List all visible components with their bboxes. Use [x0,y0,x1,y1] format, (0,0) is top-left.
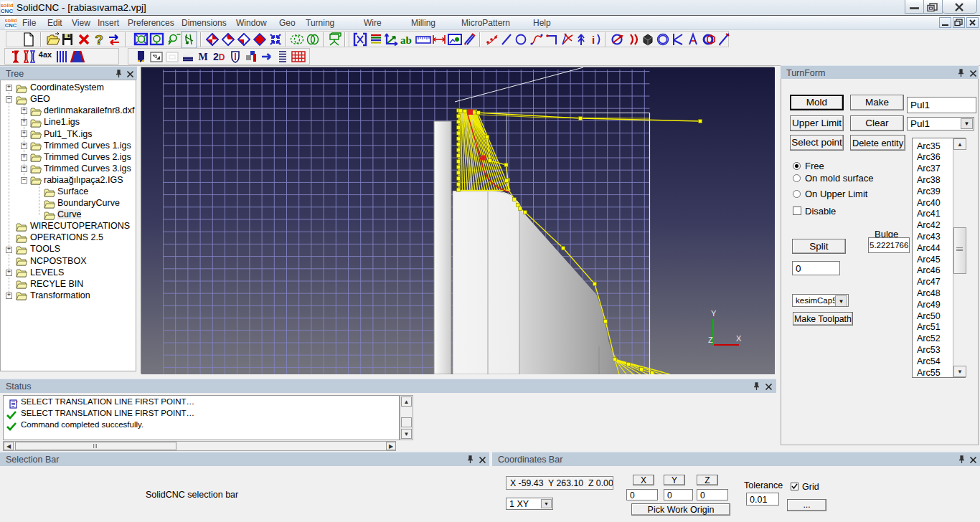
svg-text:Z: Z [708,336,713,344]
svg-text:?: ? [95,32,103,47]
svg-text:CNC: CNC [1,8,13,14]
svg-text:4ax: 4ax [39,50,52,59]
svg-text:i: i [592,34,595,46]
svg-text:Y: Y [711,309,717,318]
svg-text:X: X [736,334,742,343]
svg-text:M: M [198,52,207,62]
svg-text:D: D [219,52,225,62]
svg-text:CNC: CNC [5,22,17,29]
svg-text:ab: ab [400,34,412,46]
